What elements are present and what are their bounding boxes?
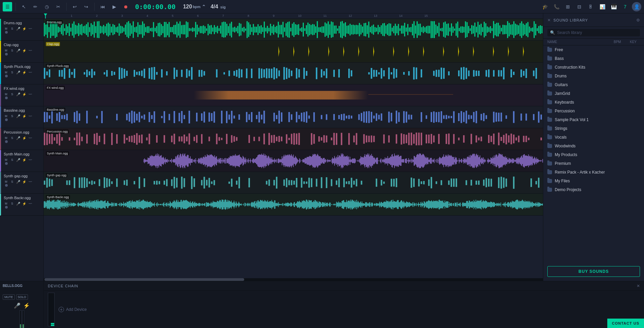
keys-button[interactable]: 🎹 bbox=[609, 2, 618, 11]
volume-knob-fx-wind[interactable] bbox=[5, 97, 8, 99]
volume-knob-synth-backr[interactable] bbox=[5, 206, 8, 209]
library-item-construction-kits[interactable]: Construction Kits bbox=[543, 63, 644, 72]
mic-icon-synth-gap[interactable]: 🎤 bbox=[16, 179, 21, 184]
hamburger-menu-button[interactable]: ☰ bbox=[3, 2, 12, 11]
buy-sounds-button[interactable]: BUY SOUNDS bbox=[547, 266, 640, 277]
library-item-premium[interactable]: Premium bbox=[543, 159, 644, 168]
library-item-bass[interactable]: Bass bbox=[543, 54, 644, 63]
arrange-button[interactable]: ⊟ bbox=[575, 2, 584, 11]
bottom-solo-button[interactable]: SOLO bbox=[16, 294, 28, 300]
eq-icon-percussion[interactable]: ⚡ bbox=[22, 136, 27, 140]
bpm-arrows[interactable]: ⌃ bbox=[202, 4, 206, 9]
mute-btn-percussion[interactable]: M bbox=[4, 136, 8, 140]
mixer-button[interactable]: 🎚 bbox=[586, 2, 595, 11]
select-tool-button[interactable]: ↖ bbox=[19, 2, 29, 11]
library-item-vocals[interactable]: Vocals bbox=[543, 133, 644, 142]
library-item-demo-projects[interactable]: Demo Projects bbox=[543, 185, 644, 194]
mute-btn-bassline[interactable]: M bbox=[4, 114, 8, 118]
library-item-remix-pack[interactable]: Remix Pack - Artik x Kacher bbox=[543, 168, 644, 177]
wave-icon-percussion[interactable]: 〰 bbox=[28, 136, 33, 140]
track-row-fx-wind[interactable]: FX wind.ogg bbox=[44, 84, 543, 106]
library-item-drums[interactable]: Drums bbox=[543, 72, 644, 80]
device-chain-close-button[interactable]: ✕ bbox=[637, 284, 640, 288]
grid-button[interactable]: ⊞ bbox=[563, 2, 573, 11]
wave-icon-drums[interactable]: 〰 bbox=[28, 26, 33, 31]
track-row-synth-backr[interactable]: Synth Backr.ogg bbox=[44, 194, 543, 216]
library-item-percussion[interactable]: Percussion bbox=[543, 107, 644, 115]
track-item-drums[interactable]: Drums.ogg M S 🎤 ⚡ 〰 bbox=[0, 19, 43, 41]
track-item-synth-gap[interactable]: Synth gap.ogg M S 🎤 ⚡ 〰 bbox=[0, 172, 43, 194]
track-row-clap[interactable]: Clap.ogg bbox=[44, 41, 543, 63]
track-row-drums[interactable]: Drums.ogg bbox=[44, 19, 543, 41]
play-button[interactable]: ▶ bbox=[109, 2, 119, 11]
number-button[interactable]: 7 bbox=[620, 2, 630, 11]
eq-icon-fx-wind[interactable]: ⚡ bbox=[22, 92, 27, 97]
mic-icon-fx-wind[interactable]: 🎤 bbox=[16, 92, 21, 97]
track-item-clap[interactable]: Clap.ogg M S 🎤 ⚡ 〰 bbox=[0, 41, 43, 63]
track-row-synth-gap[interactable]: Synth gap.ogg bbox=[44, 172, 543, 194]
track-row-synth-pluck[interactable]: Synth Pluck.ogg bbox=[44, 63, 543, 84]
bottom-eq-icon[interactable]: ⚡ bbox=[23, 302, 30, 309]
wave-icon-clap[interactable]: 〰 bbox=[28, 48, 33, 53]
track-item-synth-pluck[interactable]: Synth Pluck.ogg M S 🎤 ⚡ 〰 bbox=[0, 63, 43, 84]
library-item-jamgrid[interactable]: JamGrid bbox=[543, 89, 644, 98]
clock-tool-button[interactable]: ◷ bbox=[42, 2, 52, 11]
solo-btn-synth-gap[interactable]: S bbox=[10, 179, 14, 184]
eq-icon-bassline[interactable]: ⚡ bbox=[22, 114, 27, 118]
solo-btn-drums[interactable]: S bbox=[10, 26, 14, 31]
library-item-keyboards[interactable]: Keyboards bbox=[543, 98, 644, 107]
horizontal-scrollbar[interactable] bbox=[44, 278, 543, 281]
mute-btn-synth-gap[interactable]: M bbox=[4, 179, 8, 184]
wave-icon-bassline[interactable]: 〰 bbox=[28, 114, 33, 118]
mic-icon-synth-pluck[interactable]: 🎤 bbox=[16, 70, 21, 75]
bottom-mute-button[interactable]: MUTE bbox=[3, 294, 15, 300]
mute-btn-synth-backr[interactable]: M bbox=[4, 201, 8, 206]
eq-icon-synth-backr[interactable]: ⚡ bbox=[22, 201, 27, 206]
solo-btn-percussion[interactable]: S bbox=[10, 136, 14, 140]
mute-btn-synth-pluck[interactable]: M bbox=[4, 70, 8, 75]
mic-icon-bassline[interactable]: 🎤 bbox=[16, 114, 21, 118]
scissors-tool-button[interactable]: ✂ bbox=[54, 2, 63, 11]
timeline-ruler[interactable]: // Will be drawn in JS 1 2 3 4 5 6 7 8 9… bbox=[44, 13, 543, 19]
volume-knob-bassline[interactable] bbox=[5, 118, 8, 121]
eq-icon-synth-pluck[interactable]: ⚡ bbox=[22, 70, 27, 75]
library-item-sample-pack-vol1[interactable]: Sample Pack Vol 1 bbox=[543, 115, 644, 124]
mic-icon-synth-backr[interactable]: 🎤 bbox=[16, 201, 21, 206]
library-x-icon[interactable]: ✕ bbox=[547, 18, 551, 23]
solo-btn-clap[interactable]: S bbox=[10, 48, 14, 53]
track-item-synth-main[interactable]: Synth Main.ogg M S 🎤 ⚡ 〰 bbox=[0, 150, 43, 172]
track-item-synth-backr[interactable]: Synth Backr.ogg M S 🎤 ⚡ 〰 bbox=[0, 194, 43, 216]
redo-button[interactable]: ↪ bbox=[82, 2, 91, 11]
track-row-synth-main[interactable]: Synth Main.ogg bbox=[44, 150, 543, 172]
horizontal-scrollbar-thumb[interactable] bbox=[44, 278, 244, 281]
mute-btn-drums[interactable]: M bbox=[4, 26, 8, 31]
solo-btn-synth-backr[interactable]: S bbox=[10, 201, 14, 206]
track-row-bassline[interactable]: Bassline.ogg bbox=[44, 106, 543, 128]
wave-icon-fx-wind[interactable]: 〰 bbox=[28, 92, 33, 97]
record-button[interactable]: ⏺ bbox=[121, 2, 130, 11]
solo-btn-synth-main[interactable]: S bbox=[10, 157, 14, 162]
mic-icon-synth-main[interactable]: 🎤 bbox=[16, 157, 21, 162]
volume-knob-synth-main[interactable] bbox=[5, 162, 8, 165]
playhead[interactable] bbox=[45, 13, 46, 19]
learn-button[interactable]: 🎓 bbox=[540, 2, 550, 11]
library-item-guitars[interactable]: Guitars bbox=[543, 80, 644, 89]
mute-btn-clap[interactable]: M bbox=[4, 48, 8, 53]
library-settings-icon[interactable]: ⚙ bbox=[636, 18, 640, 23]
eq-button[interactable]: 📊 bbox=[598, 2, 607, 11]
bottom-mic-icon[interactable]: 🎤 bbox=[14, 302, 21, 309]
eq-icon-clap[interactable]: ⚡ bbox=[22, 48, 27, 53]
tracks-scroll-area[interactable]: Drums.ogg Clap.ogg Synth Pluck.ogg bbox=[44, 19, 543, 278]
eq-icon-drums[interactable]: ⚡ bbox=[22, 26, 27, 31]
volume-knob-synth-pluck[interactable] bbox=[5, 75, 8, 77]
add-device-button[interactable]: + Add Device bbox=[59, 307, 87, 312]
wave-icon-synth-pluck[interactable]: 〰 bbox=[28, 70, 33, 75]
contact-us-button[interactable]: CONTACT US bbox=[607, 319, 644, 328]
eq-icon-synth-main[interactable]: ⚡ bbox=[22, 157, 27, 162]
mute-btn-synth-main[interactable]: M bbox=[4, 157, 8, 162]
track-item-fx-wind[interactable]: FX wind.ogg M S 🎤 ⚡ 〰 bbox=[0, 84, 43, 106]
skip-back-button[interactable]: ⏮ bbox=[98, 2, 107, 11]
volume-knob-clap[interactable] bbox=[5, 53, 8, 56]
search-input[interactable] bbox=[557, 30, 637, 35]
phone-button[interactable]: 📞 bbox=[552, 2, 561, 11]
